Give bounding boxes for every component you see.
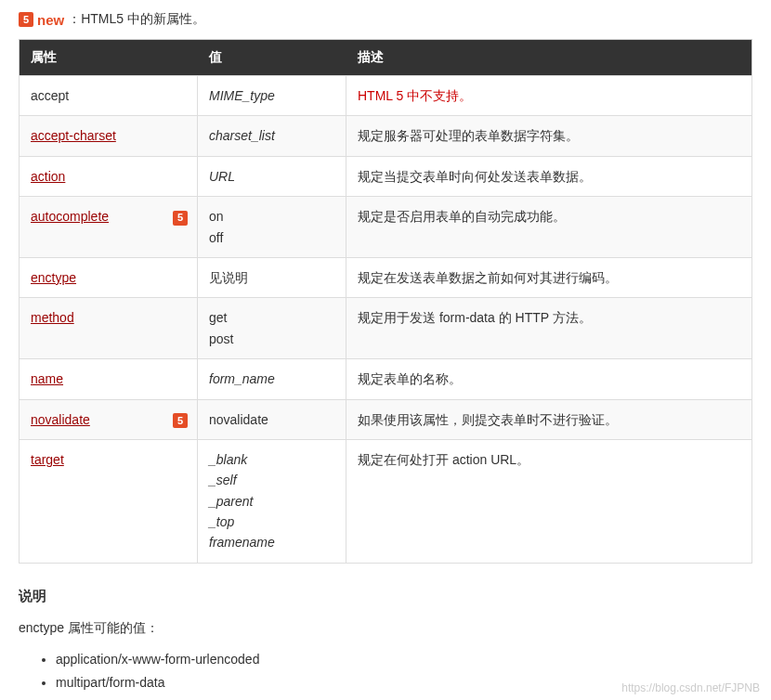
desc-cell: 规定表单的名称。 (346, 359, 752, 399)
notes-title: 说明 (19, 588, 752, 605)
html5-badge: 5 (173, 409, 188, 430)
value-cell: MIME_type (198, 76, 346, 116)
attr-cell: accept (20, 76, 198, 116)
table-row: actionURL规定当提交表单时向何处发送表单数据。 (20, 156, 752, 196)
attr-cell: autocomplete5 (20, 197, 198, 258)
desc-cell: 规定用于发送 form-data 的 HTTP 方法。 (346, 298, 752, 359)
notes-list: application/x-www-form-urlencodedmultipa… (19, 648, 752, 700)
table-row: methodgetpost规定用于发送 form-data 的 HTTP 方法。 (20, 298, 752, 359)
html5-icon: 5 (173, 211, 188, 226)
desc-cell: 规定服务器可处理的表单数据字符集。 (346, 116, 752, 156)
value-cell: getpost (198, 298, 346, 359)
table-row: acceptMIME_typeHTML 5 中不支持。 (20, 76, 752, 116)
html5-badge: 5 (173, 206, 188, 227)
table-row: enctype见说明规定在发送表单数据之前如何对其进行编码。 (20, 257, 752, 297)
attributes-table: 属性 值 描述 acceptMIME_typeHTML 5 中不支持。accep… (19, 39, 752, 564)
attr-link[interactable]: target (31, 452, 64, 467)
header-desc: 描述 (346, 40, 752, 76)
intro-line: 5 new ：HTML5 中的新属性。 (19, 11, 752, 28)
attr-link[interactable]: enctype (31, 270, 76, 285)
desc-cell: 如果使用该属性，则提交表单时不进行验证。 (346, 399, 752, 439)
attr-link[interactable]: novalidate (31, 412, 90, 427)
desc-cell: 规定在何处打开 action URL。 (346, 439, 752, 563)
list-item: application/x-www-form-urlencoded (56, 648, 752, 671)
value-cell: novalidate (198, 399, 346, 439)
table-row: target_blank_self_parent_topframename规定在… (20, 439, 752, 563)
attr-link[interactable]: name (31, 371, 63, 386)
notes-subtitle: enctype 属性可能的值： (19, 620, 752, 637)
attr-cell: target (20, 439, 198, 563)
attr-cell: action (20, 156, 198, 196)
attr-link[interactable]: method (31, 310, 74, 325)
attr-link[interactable]: action (31, 169, 65, 184)
desc-cell: 规定是否启用表单的自动完成功能。 (346, 197, 752, 258)
value-cell: form_name (198, 359, 346, 399)
attr-link[interactable]: autocomplete (31, 209, 109, 224)
desc-cell: HTML 5 中不支持。 (346, 76, 752, 116)
value-cell: _blank_self_parent_topframename (198, 439, 346, 563)
table-row: accept-charsetcharset_list规定服务器可处理的表单数据字… (20, 116, 752, 156)
value-cell: 见说明 (198, 257, 346, 297)
list-item: text/plain (56, 694, 752, 700)
attr-text: accept (31, 88, 69, 103)
attr-link[interactable]: accept-charset (31, 128, 116, 143)
table-row: novalidate5novalidate如果使用该属性，则提交表单时不进行验证… (20, 399, 752, 439)
value-cell: onoff (198, 197, 346, 258)
list-item: multipart/form-data (56, 671, 752, 694)
attr-cell: enctype (20, 257, 198, 297)
attr-cell: accept-charset (20, 116, 198, 156)
attr-cell: name (20, 359, 198, 399)
html5-icon: 5 (19, 12, 33, 27)
html5-icon: 5 (173, 413, 188, 428)
new-label: new (37, 12, 64, 28)
intro-text: ：HTML5 中的新属性。 (68, 11, 205, 28)
table-row: autocomplete5onoff规定是否启用表单的自动完成功能。 (20, 197, 752, 258)
header-value: 值 (198, 40, 346, 76)
desc-cell: 规定在发送表单数据之前如何对其进行编码。 (346, 257, 752, 297)
value-cell: charset_list (198, 116, 346, 156)
attr-cell: novalidate5 (20, 399, 198, 439)
header-attr: 属性 (20, 40, 198, 76)
desc-cell: 规定当提交表单时向何处发送表单数据。 (346, 156, 752, 196)
attr-cell: method (20, 298, 198, 359)
value-cell: URL (198, 156, 346, 196)
table-row: nameform_name规定表单的名称。 (20, 359, 752, 399)
table-header-row: 属性 值 描述 (20, 40, 752, 76)
